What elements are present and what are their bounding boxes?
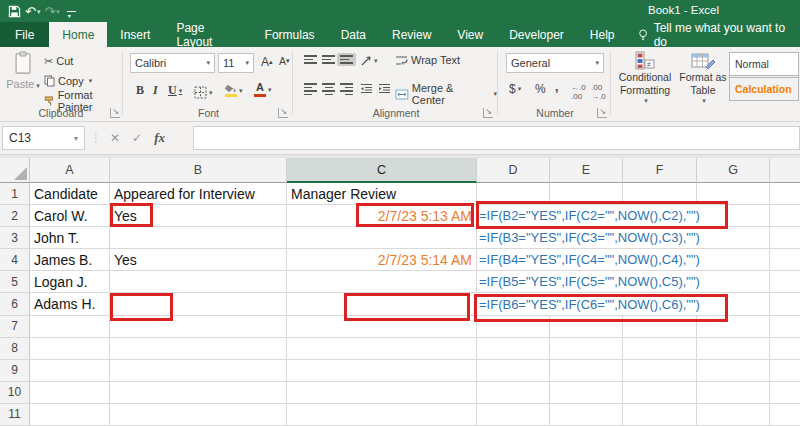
clipboard-dialog-launcher-icon[interactable]: ↘ <box>110 108 120 118</box>
row-header-9[interactable]: 9 <box>0 360 30 382</box>
align-center-icon[interactable] <box>319 81 338 97</box>
align-right-icon[interactable] <box>337 81 356 97</box>
column-header-E[interactable]: E <box>550 158 623 183</box>
cell-D7[interactable] <box>477 316 550 338</box>
formula-bar-input[interactable] <box>193 126 800 150</box>
cell-partial-9[interactable] <box>770 360 800 382</box>
cell-D5[interactable]: =IF(B5="YES",IF(C5="",NOW(),C5),"") <box>477 271 770 293</box>
tab-insert[interactable]: Insert <box>107 22 163 47</box>
cell-B7[interactable] <box>110 316 287 338</box>
cell-partial-8[interactable] <box>770 338 800 360</box>
font-color-icon[interactable]: A <box>251 80 275 99</box>
tell-me-search[interactable]: Tell me what you want to do <box>628 22 800 47</box>
column-header-B[interactable]: B <box>110 158 287 183</box>
cell-C11[interactable] <box>287 404 477 426</box>
tab-file[interactable]: File <box>0 22 49 47</box>
cell-A5[interactable]: Logan J. <box>30 271 110 293</box>
cut-button[interactable]: ✂Cut <box>44 53 122 69</box>
top-align-icon[interactable] <box>301 53 320 66</box>
comma-style-icon[interactable]: , <box>552 80 561 94</box>
decrease-indent-icon[interactable] <box>357 81 376 96</box>
cell-D11[interactable] <box>477 404 550 426</box>
row-header-10[interactable]: 10 <box>0 382 30 404</box>
cell-B8[interactable] <box>110 338 287 360</box>
column-header-D[interactable]: D <box>477 158 550 183</box>
cell-B3[interactable] <box>110 227 287 249</box>
cell-A2[interactable]: Carol W. <box>30 205 110 227</box>
cell-G10[interactable] <box>697 382 770 404</box>
merge-center-button[interactable]: Merge & Center <box>395 82 497 106</box>
tab-data[interactable]: Data <box>328 22 379 47</box>
cell-F7[interactable] <box>623 316 697 338</box>
cell-E7[interactable] <box>550 316 623 338</box>
tab-review[interactable]: Review <box>379 22 444 47</box>
increase-decimal-icon[interactable]: ←.0.00 <box>568 83 589 101</box>
row-header-6[interactable]: 6 <box>0 293 30 315</box>
cell-F8[interactable] <box>623 338 697 360</box>
cell-G7[interactable] <box>697 316 770 338</box>
row-header-8[interactable]: 8 <box>0 338 30 360</box>
cell-B1[interactable]: Appeared for Interview <box>110 183 287 205</box>
row-header-3[interactable]: 3 <box>0 227 30 249</box>
column-header-G[interactable]: G <box>697 158 770 183</box>
tab-home[interactable]: Home <box>49 22 107 47</box>
cell-A1[interactable]: Candidate <box>30 183 110 205</box>
increase-font-size-icon[interactable]: A▴ <box>258 55 276 69</box>
cell-A9[interactable] <box>30 360 110 382</box>
row-header-1[interactable]: 1 <box>0 183 30 205</box>
cell-F1[interactable] <box>623 183 697 205</box>
cell-F11[interactable] <box>623 404 697 426</box>
cell-partial-4[interactable] <box>770 249 800 271</box>
font-size-combo[interactable]: 11 <box>218 53 254 73</box>
accounting-format-icon[interactable]: $ <box>506 82 524 96</box>
tab-page-layout[interactable]: Page Layout <box>163 22 251 47</box>
increase-indent-icon[interactable] <box>375 81 394 96</box>
name-box[interactable]: C13 <box>2 126 85 150</box>
cell-E8[interactable] <box>550 338 623 360</box>
cell-E1[interactable] <box>550 183 623 205</box>
cell-B6[interactable] <box>110 293 287 315</box>
cell-B5[interactable] <box>110 271 287 293</box>
wrap-text-button[interactable]: Wrap Text <box>395 54 460 66</box>
cell-B11[interactable] <box>110 404 287 426</box>
cell-partial-5[interactable] <box>770 271 800 293</box>
conditional-formatting-button[interactable]: ≠ Conditional Formatting <box>613 51 677 106</box>
percent-style-icon[interactable]: % <box>532 82 549 96</box>
tab-help[interactable]: Help <box>577 22 628 47</box>
cell-D6[interactable]: =IF(B6="YES",IF(C6="",NOW(),C6),"") <box>477 293 770 315</box>
row-header-11[interactable]: 11 <box>0 404 30 426</box>
save-icon[interactable] <box>8 5 21 18</box>
cell-A11[interactable] <box>30 404 110 426</box>
cell-C7[interactable] <box>287 316 477 338</box>
bold-button[interactable]: B <box>133 83 147 98</box>
tab-view[interactable]: View <box>444 22 496 47</box>
cell-D1[interactable] <box>477 183 550 205</box>
cell-B4[interactable]: Yes <box>110 249 287 271</box>
italic-button[interactable]: I <box>150 83 161 98</box>
underline-button[interactable]: U <box>165 83 185 98</box>
format-as-table-button[interactable]: Format as Table <box>679 51 727 106</box>
cell-G11[interactable] <box>697 404 770 426</box>
insert-function-icon[interactable]: fx <box>154 130 165 146</box>
select-all-corner[interactable] <box>0 158 30 183</box>
cell-style-normal[interactable]: Normal <box>729 52 799 76</box>
cell-partial-10[interactable] <box>770 382 800 404</box>
cell-D3[interactable]: =IF(B3="YES",IF(C3="",NOW(),C3),"") <box>477 227 770 249</box>
row-header-5[interactable]: 5 <box>0 271 30 293</box>
cell-E9[interactable] <box>550 360 623 382</box>
cell-C10[interactable] <box>287 382 477 404</box>
cell-partial-6[interactable] <box>770 293 800 315</box>
cell-D4[interactable]: =IF(B4="YES",IF(C4="",NOW(),C4),"") <box>477 249 770 271</box>
cell-D8[interactable] <box>477 338 550 360</box>
cell-C5[interactable] <box>287 271 477 293</box>
cell-F9[interactable] <box>623 360 697 382</box>
tab-formulas[interactable]: Formulas <box>252 22 328 47</box>
cell-C2[interactable]: 2/7/23 5:13 AM <box>287 205 477 227</box>
alignment-dialog-launcher-icon[interactable]: ↘ <box>483 108 493 118</box>
cell-A4[interactable]: James B. <box>30 249 110 271</box>
row-header-2[interactable]: 2 <box>0 205 30 227</box>
cell-C9[interactable] <box>287 360 477 382</box>
font-dialog-launcher-icon[interactable]: ↘ <box>278 108 288 118</box>
cell-E10[interactable] <box>550 382 623 404</box>
cell-G8[interactable] <box>697 338 770 360</box>
